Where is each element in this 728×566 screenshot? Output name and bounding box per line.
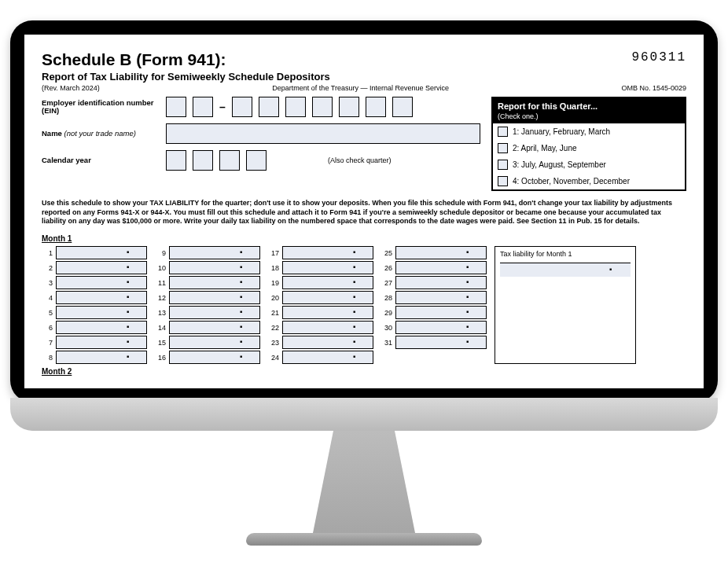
day-input[interactable] — [395, 291, 487, 304]
day-input[interactable] — [56, 336, 147, 349]
quarter-header: Report for this Quarter... (Check one.) — [493, 98, 685, 123]
day-row: 20 — [268, 291, 373, 304]
day-input[interactable] — [56, 261, 147, 274]
month-total-box: Tax liability for Month 1 — [495, 246, 636, 364]
day-input[interactable] — [169, 321, 260, 334]
quarter-label: 4: October, November, December — [513, 177, 630, 186]
year-box[interactable] — [166, 150, 186, 171]
year-box[interactable] — [193, 150, 213, 171]
name-label-note: (not your trade name) — [64, 129, 136, 138]
omb-number: OMB No. 1545-0029 — [621, 84, 686, 92]
day-row: 19 — [268, 276, 373, 289]
ein-box[interactable] — [392, 97, 413, 117]
monitor-frame: Schedule B (Form 941): 960311 Report of … — [10, 20, 718, 546]
ein-dash: – — [219, 101, 226, 113]
day-number: 13 — [155, 309, 166, 317]
day-row: 22 — [268, 321, 373, 334]
quarter-checkbox[interactable] — [498, 176, 508, 186]
day-row: 29 — [381, 306, 487, 319]
day-input[interactable] — [282, 336, 373, 349]
quarter-option[interactable]: 1: January, February, March — [493, 123, 685, 140]
day-input[interactable] — [395, 246, 487, 259]
day-input[interactable] — [282, 276, 373, 289]
day-input[interactable] — [169, 276, 260, 289]
month-label-next: Month 2 — [42, 367, 686, 376]
quarter-option[interactable]: 3: July, August, September — [493, 156, 685, 173]
year-label: Calendar year — [42, 156, 160, 164]
day-row: 25 — [381, 246, 487, 259]
day-row: 30 — [381, 321, 487, 334]
day-input[interactable] — [169, 336, 260, 349]
ein-box[interactable] — [285, 97, 306, 117]
day-row: 13 — [155, 306, 260, 319]
day-input[interactable] — [282, 351, 373, 364]
revision-date: (Rev. March 2024) — [42, 84, 100, 92]
day-input[interactable] — [282, 321, 373, 334]
department: Department of the Treasury — Internal Re… — [272, 84, 449, 92]
day-number: 18 — [268, 264, 279, 272]
ein-box[interactable] — [366, 97, 386, 117]
day-number: 29 — [381, 309, 392, 317]
day-input[interactable] — [56, 276, 147, 289]
day-number: 3 — [42, 279, 53, 287]
month-grid: 12345678 910111213141516 171819202122232… — [42, 246, 686, 364]
day-number: 30 — [381, 324, 392, 332]
quarter-checkbox[interactable] — [498, 143, 508, 153]
monitor-neck — [313, 431, 415, 533]
day-input[interactable] — [56, 351, 147, 364]
day-input[interactable] — [169, 306, 260, 319]
ein-box[interactable] — [193, 97, 213, 117]
day-input[interactable] — [282, 246, 373, 259]
day-input[interactable] — [395, 261, 487, 274]
day-input[interactable] — [282, 291, 373, 304]
day-input[interactable] — [56, 291, 147, 304]
day-number: 11 — [155, 279, 166, 287]
month-total-input[interactable] — [500, 263, 631, 277]
day-row: 14 — [155, 321, 260, 334]
day-input[interactable] — [395, 336, 487, 349]
day-row: 17 — [268, 246, 373, 259]
day-input[interactable] — [169, 291, 260, 304]
day-input[interactable] — [169, 351, 260, 364]
ein-box[interactable] — [339, 97, 359, 117]
form-number: 960311 — [631, 50, 686, 64]
day-input[interactable] — [56, 306, 147, 319]
year-box[interactable] — [246, 150, 267, 171]
day-input[interactable] — [56, 246, 147, 259]
quarter-option[interactable]: 4: October, November, December — [493, 173, 685, 189]
quarter-checkbox[interactable] — [498, 160, 508, 170]
day-number: 19 — [268, 279, 279, 287]
ein-box[interactable] — [166, 97, 186, 117]
day-input[interactable] — [395, 276, 487, 289]
day-number: 25 — [381, 249, 392, 257]
quarter-selection-box: Report for this Quarter... (Check one.) … — [491, 97, 686, 191]
day-number: 23 — [268, 339, 279, 347]
name-label: Name (not your trade name) — [42, 130, 160, 138]
day-number: 7 — [42, 339, 53, 347]
ein-box[interactable] — [232, 97, 252, 117]
day-row: 1 — [42, 246, 147, 259]
month-total-label: Tax liability for Month 1 — [500, 250, 631, 258]
ein-box[interactable] — [259, 97, 279, 117]
day-input[interactable] — [395, 321, 487, 334]
day-input[interactable] — [169, 246, 260, 259]
day-row: 18 — [268, 261, 373, 274]
day-input[interactable] — [282, 261, 373, 274]
day-input[interactable] — [56, 321, 147, 334]
ein-box[interactable] — [312, 97, 333, 117]
year-box[interactable] — [219, 150, 240, 171]
day-number: 1 — [42, 249, 53, 257]
name-input[interactable] — [166, 123, 480, 144]
screen-bezel: Schedule B (Form 941): 960311 Report of … — [10, 20, 718, 402]
quarter-option[interactable]: 2: April, May, June — [493, 140, 685, 156]
day-row: 31 — [381, 336, 487, 349]
day-number: 12 — [155, 294, 166, 302]
quarter-checkbox[interactable] — [498, 127, 508, 137]
day-number: 5 — [42, 309, 53, 317]
day-row: 2 — [42, 261, 147, 274]
day-input[interactable] — [282, 306, 373, 319]
day-row: 5 — [42, 306, 147, 319]
day-row: 23 — [268, 336, 373, 349]
day-input[interactable] — [169, 261, 260, 274]
day-input[interactable] — [395, 306, 487, 319]
